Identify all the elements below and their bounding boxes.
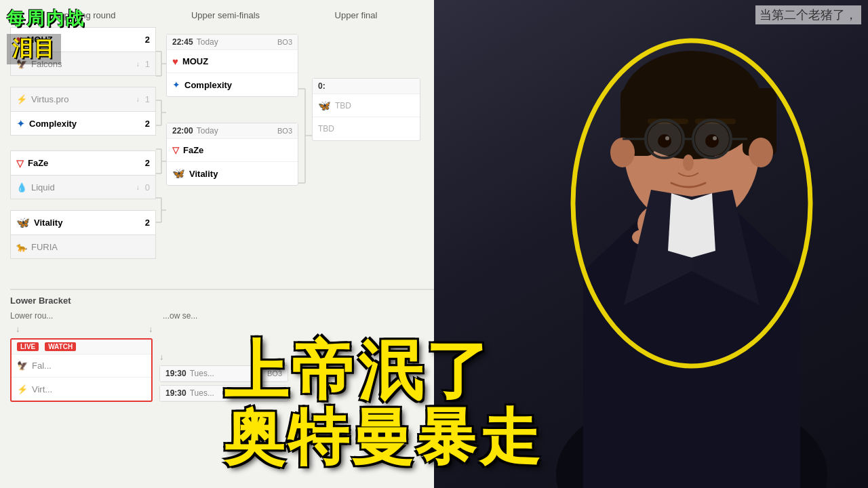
svg-point-39 xyxy=(658,134,671,148)
semi-match-1-day: Today xyxy=(197,37,218,47)
live-team1-icon: 🦅 xyxy=(17,361,28,371)
svg-marker-52 xyxy=(692,193,715,258)
vitality-name: Vitality xyxy=(34,218,141,228)
semi-match-2-format: BO3 xyxy=(277,127,292,135)
faze-score: 2 xyxy=(145,158,150,168)
liquid-arrow: ↓ xyxy=(136,184,140,191)
mouz-score: 2 xyxy=(145,35,150,45)
upcoming-2-day: Tues... xyxy=(190,388,214,398)
upper-final-slot2: TBD xyxy=(313,117,420,140)
upper-final-card: 0: 🦋 TBD TBD xyxy=(312,78,420,141)
semi-complexity-row: ✦ Complexity xyxy=(167,73,298,96)
svg-marker-51 xyxy=(668,193,692,258)
semi-mouz-icon: ♥ xyxy=(172,56,178,67)
virtus-icon: ⚡ xyxy=(16,94,27,104)
liquid-name: Liquid xyxy=(31,182,132,192)
upper-final-tbd1: TBD xyxy=(335,101,351,110)
live-team2-icon: ⚡ xyxy=(17,384,28,394)
complexity-name: Complexity xyxy=(29,119,141,129)
furia-name: FURIA xyxy=(31,242,146,252)
gap2 xyxy=(10,137,156,150)
upper-final-icon1: 🦋 xyxy=(318,100,331,112)
live-team1-name: Fal... xyxy=(32,361,52,371)
upper-final-header: Upper final xyxy=(302,10,410,20)
overlay-text-container: 上帝泯了 奥特曼暴走 xyxy=(224,339,671,468)
team-row-vitality: 🦋 Vitality 2 xyxy=(10,210,156,235)
live-team2-row: ⚡ Virt... xyxy=(12,378,151,401)
svg-point-41 xyxy=(665,136,669,140)
svg-point-43 xyxy=(683,155,694,171)
svg-point-40 xyxy=(705,134,719,148)
watch-button[interactable]: WATCH xyxy=(45,342,76,351)
match-faze-liquid: ▽ FaZe 2 💧 Liquid ↓ 0 xyxy=(10,150,156,199)
falcons-arrow: ↓ xyxy=(136,60,140,68)
semi-faze-icon: ▽ xyxy=(172,145,179,155)
svg-point-42 xyxy=(713,136,717,140)
semi-faze-row: ▽ FaZe xyxy=(167,139,298,162)
semi-complexity-icon: ✦ xyxy=(172,79,180,90)
semi-match-1-time: 22:45 xyxy=(172,37,193,47)
semi-vitality-name: Vitality xyxy=(189,169,218,179)
top-right-watermark: 当第二个老猪了， xyxy=(755,5,861,24)
falcons-score: 1 xyxy=(145,59,150,69)
complexity-score: 2 xyxy=(145,119,150,129)
semi-vitality-icon: 🦋 xyxy=(172,167,185,180)
furia-icon: 🐆 xyxy=(16,242,27,252)
semi-match-1-header: 22:45 Today BO3 xyxy=(167,35,298,50)
complexity-icon: ✦ xyxy=(16,117,25,130)
live-team2-name: Virt... xyxy=(32,384,52,394)
team-row-liquid: 💧 Liquid ↓ 0 xyxy=(10,175,156,199)
semi-mouz-name: MOUZ xyxy=(182,56,208,66)
upper-final-col: 0: 🦋 TBD TBD xyxy=(312,78,420,141)
virtus-score: 1 xyxy=(145,94,150,104)
faze-name: FaZe xyxy=(28,158,141,168)
upper-bracket-section: ♥ MOUZ 2 🦅 Falcons ↓ 1 ⚡ Virtus.pro ↓ xyxy=(10,27,465,277)
semi-match-2[interactable]: 22:00 Today BO3 ▽ FaZe 🦋 Vitality xyxy=(166,123,298,186)
semi-match-2-day: Today xyxy=(197,126,218,136)
lower-bracket-label: Lower Bracket xyxy=(10,296,465,306)
semi-vitality-row: 🦋 Vitality xyxy=(167,162,298,185)
svg-point-29 xyxy=(749,138,773,167)
connector-svg-2 xyxy=(298,64,312,234)
upcoming-down-arrow: ↓ xyxy=(159,352,163,362)
semi-finals-header: Upper semi-finals xyxy=(159,10,292,20)
semi-faze-name: FaZe xyxy=(183,145,203,155)
semi-match-1[interactable]: 22:45 Today BO3 ♥ MOUZ ✦ Complexity xyxy=(166,34,298,97)
bracket-divider xyxy=(10,289,442,290)
vitality-score: 2 xyxy=(145,218,150,228)
liquid-score: 0 xyxy=(145,182,150,192)
semi-finals-col: 22:45 Today BO3 ♥ MOUZ ✦ Complexity 22: xyxy=(166,34,298,186)
lower-arrow-2: ↓ xyxy=(149,325,153,334)
lower-sub-labels-row: Lower rou... ...ow se... xyxy=(10,311,465,321)
lower-arrow-1: ↓ xyxy=(16,325,20,334)
match-virtus-complexity: ⚡ Virtus.pro ↓ 1 ✦ Complexity 2 xyxy=(10,87,156,136)
live-match-card[interactable]: LIVE WATCH 🦅 Fal... ⚡ Virt... xyxy=(10,338,153,402)
semi-match-2-time: 22:00 xyxy=(172,126,193,136)
upcoming-1-time: 19:30 xyxy=(165,369,186,378)
semi-complexity-name: Complexity xyxy=(184,80,232,90)
upper-final-header: 0: xyxy=(313,79,420,94)
team-row-faze: ▽ FaZe 2 xyxy=(10,150,156,175)
semi-match-1-format: BO3 xyxy=(277,38,292,46)
gap1 xyxy=(10,77,156,87)
match-vitality-furia: 🦋 Vitality 2 🐆 FURIA xyxy=(10,210,156,259)
overlay-line2: 奥特曼暴走 xyxy=(224,407,671,468)
live-match-header: LIVE WATCH xyxy=(12,340,151,354)
semi-mouz-row: ♥ MOUZ xyxy=(167,50,298,73)
upper-final-tbd2: TBD xyxy=(318,124,334,134)
overlay-line1: 上帝泯了 xyxy=(224,339,671,403)
lower-round-label: Lower rou... xyxy=(10,311,156,321)
lower-arrows: ↓ ↓ xyxy=(10,325,465,334)
gap3 xyxy=(10,201,156,210)
weekly-label: 每周内战 xyxy=(7,7,85,30)
top-left-labels: 每周内战 泪目 xyxy=(7,7,85,64)
virtus-name: Virtus.pro xyxy=(31,94,132,104)
team-row-furia: 🐆 FURIA xyxy=(10,235,156,259)
live-team1-row: 🦅 Fal... xyxy=(12,354,151,378)
faze-icon: ▽ xyxy=(16,158,24,169)
semi-gap xyxy=(166,102,298,123)
cry-label: 泪目 xyxy=(7,34,61,64)
upper-final-slot1: 🦋 TBD xyxy=(313,94,420,117)
lower-semi-label: ...ow se... xyxy=(163,311,197,321)
team-row-virtus: ⚡ Virtus.pro ↓ 1 xyxy=(10,87,156,111)
